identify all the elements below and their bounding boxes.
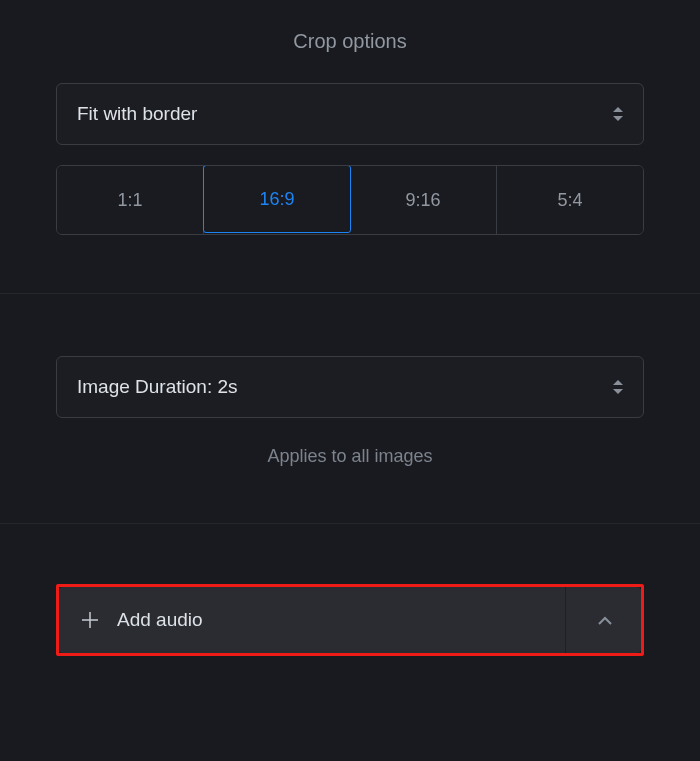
chevron-up-icon — [596, 612, 612, 628]
section-divider — [0, 293, 700, 294]
add-audio-label: Add audio — [117, 609, 203, 631]
audio-collapse-button[interactable] — [565, 587, 641, 653]
ratio-option-1-1[interactable]: 1:1 — [57, 166, 204, 234]
add-audio-row: Add audio — [59, 587, 641, 653]
duration-helper-text: Applies to all images — [56, 446, 644, 467]
plus-icon — [81, 611, 99, 629]
add-audio-button[interactable]: Add audio — [59, 587, 565, 653]
image-duration-label: Image Duration: 2s — [77, 376, 238, 398]
dropdown-stepper-icon — [613, 107, 623, 121]
crop-options-title: Crop options — [0, 0, 700, 83]
aspect-ratio-row: 1:1 16:9 9:16 5:4 — [56, 165, 644, 235]
ratio-option-9-16[interactable]: 9:16 — [350, 166, 497, 234]
dropdown-stepper-icon — [613, 380, 623, 394]
ratio-option-5-4[interactable]: 5:4 — [497, 166, 643, 234]
add-audio-highlight: Add audio — [56, 584, 644, 656]
fit-mode-label: Fit with border — [77, 103, 197, 125]
fit-mode-dropdown[interactable]: Fit with border — [56, 83, 644, 145]
image-duration-dropdown[interactable]: Image Duration: 2s — [56, 356, 644, 418]
section-divider — [0, 523, 700, 524]
ratio-option-16-9[interactable]: 16:9 — [203, 165, 351, 233]
